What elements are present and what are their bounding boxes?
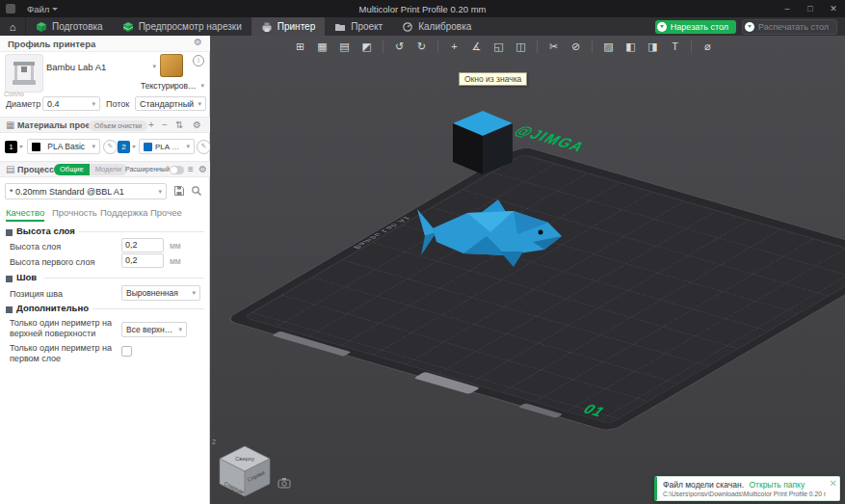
filament-2-select[interactable]: PLA Basic: [139, 139, 195, 154]
filament-1-number[interactable]: 1: [5, 141, 17, 153]
printer-settings-gear-icon[interactable]: ⚙: [194, 38, 202, 47]
maximize-button[interactable]: □: [799, 0, 822, 17]
tab-printer[interactable]: Принтер: [251, 17, 325, 36]
home-button[interactable]: ⌂: [0, 17, 26, 36]
prime-tower-model[interactable]: [453, 111, 513, 174]
cut-icon[interactable]: ⊘: [567, 39, 585, 54]
tab-prepare[interactable]: Подготовка: [26, 17, 113, 36]
tooltip: Окно из значка: [459, 72, 527, 86]
diameter-select[interactable]: 0.4: [42, 96, 100, 111]
tab-strength[interactable]: Прочность: [52, 207, 97, 218]
scale-icon[interactable]: ◱: [489, 39, 508, 54]
tab-others[interactable]: Прочее: [150, 207, 182, 218]
download-toast: Файл модели скачан. Открыть папку C:\Use…: [654, 476, 840, 501]
slice-plate-button[interactable]: Нарезать стол: [655, 20, 736, 34]
print-plate-button[interactable]: Распечатать стол: [742, 19, 837, 35]
mirror-icon[interactable]: ◫: [512, 39, 530, 54]
add-plate-icon[interactable]: ⊞: [291, 39, 309, 54]
first-layer-height-label: Высота первого слоя: [10, 257, 94, 267]
printer-thumbnail: [5, 54, 43, 93]
move-icon[interactable]: +: [445, 39, 463, 54]
printer-name: Bambu Lab A1: [46, 62, 106, 72]
text-icon[interactable]: T: [666, 39, 684, 54]
filament-2-caret-icon[interactable]: [132, 146, 136, 148]
tab-support[interactable]: Поддержка: [100, 207, 148, 218]
process-preset-select[interactable]: * 0.20mm Standard @BBL A1: [5, 183, 167, 199]
tab-preview[interactable]: Предпросмотр нарезки: [113, 17, 251, 36]
process-list-icon[interactable]: ≡: [188, 165, 194, 174]
navigation-cube[interactable]: Сверху Спереди Справа: [216, 444, 274, 498]
orient-icon[interactable]: ▤: [335, 39, 354, 54]
filament-2-number[interactable]: 2: [118, 141, 130, 153]
tab-project[interactable]: Проект: [325, 17, 392, 36]
scope-objects-option[interactable]: Модели: [90, 164, 127, 175]
filament-2-edit-icon[interactable]: ✎: [197, 140, 211, 154]
print-plate-label: Распечатать стол: [758, 22, 829, 32]
window-controls: – □ ✕: [776, 0, 845, 17]
print-dropdown-icon[interactable]: [745, 22, 754, 32]
minimize-button[interactable]: –: [776, 0, 799, 17]
seam-position-label: Позиция шва: [10, 289, 63, 299]
shark-model[interactable]: [417, 199, 573, 271]
file-menu[interactable]: Файл: [21, 0, 64, 17]
advanced-toggle[interactable]: [170, 166, 184, 174]
tab-project-label: Проект: [351, 21, 383, 32]
tab-calibration[interactable]: Калибровка: [392, 17, 481, 36]
slice-dropdown-icon[interactable]: [657, 22, 667, 32]
filament-1-caret-icon[interactable]: [19, 146, 23, 148]
application-window: Файл Multicolor Print Profile 0.20 mm – …: [0, 0, 845, 504]
plate-thumbnail[interactable]: [160, 54, 183, 77]
snapshot-camera-icon[interactable]: [277, 477, 291, 489]
sidebar: Профиль принтера ⚙ Bambu Lab A1 i Тексту…: [0, 36, 210, 504]
color-paint-icon[interactable]: ◧: [621, 39, 640, 54]
sync-filament-icon[interactable]: ⇅: [175, 120, 183, 130]
flow-select[interactable]: Стандартный: [135, 96, 206, 111]
toolbar-divider: [592, 40, 593, 53]
open-folder-link[interactable]: Открыть папку: [749, 480, 805, 490]
process-header: ▤ Процесс Общие Модели Расширенный ≡ ⚙: [0, 161, 210, 177]
measure-icon[interactable]: ⌀: [699, 39, 717, 54]
filament-1-edit-icon[interactable]: ✎: [103, 140, 118, 154]
scope-global-option[interactable]: Общие: [54, 164, 90, 175]
split-icon[interactable]: ✂: [544, 39, 563, 54]
filament-settings-gear-icon[interactable]: ⚙: [193, 120, 201, 130]
search-preset-icon[interactable]: [191, 185, 202, 199]
support-paint-icon[interactable]: ▨: [599, 39, 618, 54]
prepare-cube-icon: [36, 21, 47, 33]
toast-close-icon[interactable]: ✕: [830, 478, 837, 489]
diameter-value: 0.4: [47, 99, 60, 109]
folder-icon: [334, 21, 346, 33]
toolbar-divider: [437, 40, 438, 53]
purge-volume-button[interactable]: Объем очистки: [89, 120, 147, 131]
plate-type-value: Текстурирова...: [141, 81, 198, 91]
process-scope-toggle[interactable]: Общие Модели: [54, 164, 127, 175]
close-button[interactable]: ✕: [822, 0, 845, 17]
seam-paint-icon[interactable]: ◨: [644, 39, 662, 54]
add-filament-icon[interactable]: +: [148, 120, 154, 130]
printer-select[interactable]: Bambu Lab A1: [46, 59, 156, 74]
one-wall-top-select[interactable]: Все верхние...: [121, 322, 187, 337]
info-icon[interactable]: i: [193, 55, 204, 66]
rotate-icon[interactable]: ∡: [467, 39, 486, 54]
arrange-icon[interactable]: ▦: [313, 39, 331, 54]
tab-quality[interactable]: Качество: [6, 207, 44, 222]
group-layer-height-title: Высота слоя: [16, 225, 75, 236]
seam-position-select[interactable]: Выровненная: [121, 285, 200, 301]
viewport-3d[interactable]: ⊞ ▦ ▤ ◩ ↺ ↻ + ∡ ◱ ◫ ✂ ⊘ ▨ ◧ ◨ T ⌀ Окно и…: [210, 36, 845, 504]
one-wall-first-layer-checkbox[interactable]: [121, 346, 132, 357]
build-plate[interactable]: Bambu Lab A1: [224, 146, 845, 433]
gauge-icon: [402, 21, 413, 33]
layflat-icon[interactable]: ◩: [357, 39, 376, 54]
navcube-top-label[interactable]: Сверху: [235, 456, 254, 462]
layer-height-input[interactable]: 0,2: [121, 238, 164, 252]
plate-type-select[interactable]: Текстурирова...: [141, 79, 204, 93]
undo-icon[interactable]: ↺: [390, 39, 409, 54]
redo-icon[interactable]: ↻: [412, 39, 431, 54]
filament-1-select[interactable]: PLA Basic: [27, 139, 100, 154]
layer-height-label: Высота слоя: [10, 242, 61, 252]
first-layer-height-input[interactable]: 0,2: [121, 253, 164, 268]
filament-1-name: PLA Basic: [47, 142, 85, 151]
process-settings-gear-icon[interactable]: ⚙: [198, 165, 207, 174]
save-preset-icon[interactable]: [173, 185, 185, 199]
remove-filament-icon[interactable]: −: [162, 120, 168, 130]
